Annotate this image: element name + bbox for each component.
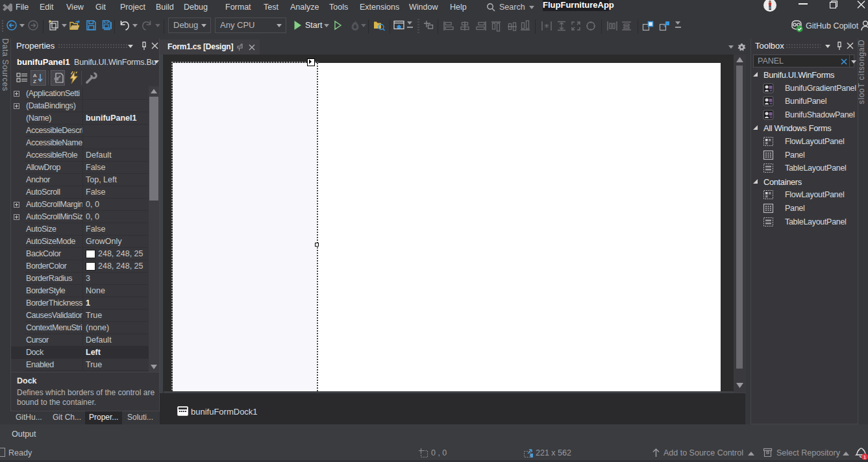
svg-text:A: A	[33, 73, 37, 79]
svg-text:Z: Z	[33, 79, 36, 84]
svg-text:1: 1	[863, 454, 867, 460]
